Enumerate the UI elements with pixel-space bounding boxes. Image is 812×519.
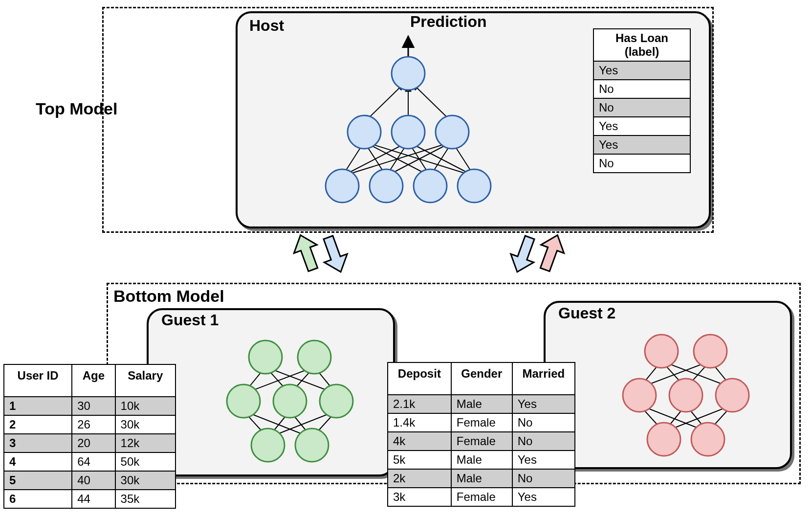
svg-point-61	[694, 335, 727, 368]
host-neural-net	[293, 29, 538, 225]
svg-point-21	[436, 115, 469, 149]
table-row: 20	[72, 434, 115, 452]
svg-point-18	[458, 169, 491, 203]
svg-point-19	[348, 115, 381, 149]
table-row: 10k	[115, 397, 176, 415]
svg-point-42	[298, 340, 331, 374]
svg-point-15	[326, 169, 359, 203]
bottom-model-label: Bottom Model	[113, 287, 224, 306]
svg-point-41	[249, 340, 282, 374]
guest2-table: Deposit Gender Married 2.1kMaleYes 1.4kF…	[387, 362, 575, 507]
table-row: 3	[4, 434, 72, 452]
table-row: 2k	[388, 469, 451, 488]
table-row: No	[512, 469, 575, 488]
table-row: Yes	[593, 117, 690, 135]
host-label-table: Has Loan (label) Yes No No Yes Yes No	[593, 28, 691, 173]
host-title: Host	[249, 17, 284, 35]
table-row: Female	[451, 413, 512, 432]
table-row: 6	[4, 490, 72, 508]
table-row: 50k	[115, 452, 176, 471]
svg-point-57	[623, 379, 656, 412]
svg-point-39	[273, 384, 307, 418]
svg-point-38	[227, 384, 260, 418]
table-row: Yes	[512, 451, 575, 469]
svg-point-56	[691, 423, 724, 456]
top-model-label: Top Model	[36, 99, 117, 118]
svg-point-20	[392, 115, 425, 149]
table-row: Male	[451, 469, 512, 488]
svg-point-59	[716, 379, 749, 412]
table-row: 64	[72, 452, 115, 471]
host-label-header: Has Loan (label)	[593, 29, 690, 61]
table-row: 44	[72, 490, 115, 508]
table-header: Married	[512, 362, 575, 395]
table-row: Female	[451, 488, 512, 506]
svg-point-60	[645, 335, 678, 368]
table-row: 5	[4, 471, 72, 490]
prediction-label: Prediction	[410, 13, 486, 31]
svg-point-17	[414, 169, 447, 203]
table-row: 4k	[388, 432, 451, 451]
table-row: No	[593, 80, 690, 98]
table-row: Male	[451, 395, 512, 413]
table-row: Yes	[593, 135, 690, 154]
guest1-table: User ID Age Salary 13010k 22630k 32012k …	[3, 364, 176, 509]
table-row: 1	[4, 397, 72, 415]
table-header: Deposit	[388, 362, 451, 395]
table-row: Yes	[512, 488, 575, 506]
table-row: No	[512, 432, 575, 451]
table-row: 30k	[115, 471, 176, 490]
guest2-neural-net	[600, 317, 781, 464]
table-row: 5k	[388, 451, 451, 469]
table-row: No	[512, 413, 575, 432]
svg-point-22	[392, 57, 425, 90]
table-row: 2.1k	[388, 395, 451, 413]
comm-arrows	[274, 229, 616, 284]
table-row: No	[593, 154, 690, 173]
table-row: 4	[4, 452, 72, 471]
table-row: 26	[72, 415, 115, 434]
table-row: 12k	[115, 434, 176, 452]
table-header: Salary	[115, 364, 176, 397]
table-row: 35k	[115, 490, 176, 508]
svg-point-36	[251, 429, 285, 462]
table-header: Age	[72, 364, 115, 397]
svg-point-16	[370, 169, 403, 203]
table-row: Male	[451, 451, 512, 469]
svg-point-37	[295, 429, 329, 462]
table-row: 40	[72, 471, 115, 490]
guest1-neural-net	[204, 323, 385, 470]
table-row: 3k	[388, 488, 451, 506]
table-row: 2	[4, 415, 72, 434]
svg-point-40	[320, 384, 353, 418]
table-row: 30k	[115, 415, 176, 434]
table-row: Female	[451, 432, 512, 451]
table-row: Yes	[512, 395, 575, 413]
table-header: Gender	[451, 362, 512, 395]
table-row: 1.4k	[388, 413, 451, 432]
table-header: User ID	[4, 364, 72, 397]
svg-point-55	[647, 423, 680, 456]
table-row: No	[593, 98, 690, 117]
svg-point-58	[669, 379, 702, 412]
table-row: 30	[72, 397, 115, 415]
table-row: Yes	[593, 61, 690, 80]
